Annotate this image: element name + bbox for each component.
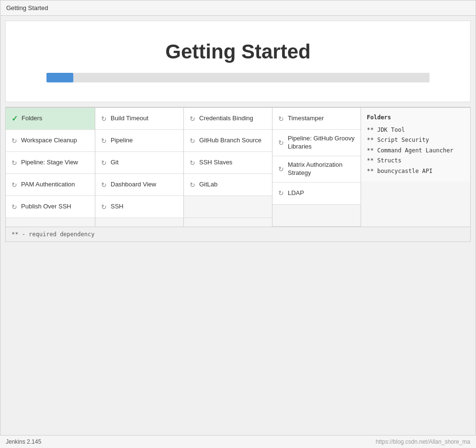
list-item-empty bbox=[184, 196, 272, 218]
refresh-icon: ↻ bbox=[101, 159, 107, 167]
title-bar-label: Getting Started bbox=[6, 4, 48, 11]
list-item[interactable]: ↻ Pipeline bbox=[95, 130, 183, 152]
refresh-icon: ↻ bbox=[278, 189, 284, 197]
info-panel-title: Folders bbox=[367, 113, 465, 123]
plugin-label: Publish Over SSH bbox=[21, 203, 71, 211]
list-item[interactable]: ↻ LDAP bbox=[272, 183, 361, 205]
footer-url: https://blog.csdn.net/Allan_shore_ma bbox=[376, 438, 470, 445]
list-item-empty bbox=[272, 205, 361, 227]
list-item[interactable]: ↻ GitHub Branch Source bbox=[184, 130, 272, 152]
plugin-label: Timestamper bbox=[288, 115, 324, 123]
list-item[interactable]: ↻ Matrix Authorization Strategy bbox=[272, 156, 361, 183]
plugin-label: Pipeline: GitHub Groovy Libraries bbox=[288, 135, 355, 151]
refresh-icon: ↻ bbox=[278, 139, 284, 147]
info-panel-col: Folders ** JDK Tool ** Script Security *… bbox=[361, 108, 470, 227]
refresh-icon: ↻ bbox=[11, 203, 17, 211]
info-panel-item-1: ** JDK Tool bbox=[367, 125, 465, 136]
plugin-label: Pipeline bbox=[111, 137, 133, 145]
list-item[interactable]: ↻ Workspace Cleanup bbox=[6, 130, 95, 152]
list-item[interactable]: ↻ GitLab bbox=[184, 174, 272, 196]
list-item[interactable]: ↻ SSH Slaves bbox=[184, 152, 272, 174]
refresh-icon: ↻ bbox=[190, 181, 195, 189]
plugin-label: Git bbox=[111, 159, 119, 167]
info-panel-item-5: ** bouncycastle API bbox=[367, 166, 465, 177]
list-item[interactable]: ↻ Publish Over SSH bbox=[6, 196, 95, 218]
refresh-icon: ↻ bbox=[11, 159, 17, 167]
info-panel: Folders ** JDK Tool ** Script Security *… bbox=[361, 108, 470, 182]
plugin-label: Dashboard View bbox=[111, 181, 156, 189]
plugin-label: Folders bbox=[22, 115, 42, 123]
info-panel-footer: ** - required dependency bbox=[6, 227, 470, 241]
plugin-label: Build Timeout bbox=[111, 115, 148, 123]
list-item[interactable]: ↻ Build Timeout bbox=[95, 108, 183, 130]
refresh-icon: ↻ bbox=[11, 181, 17, 189]
title-bar: Getting Started bbox=[0, 0, 476, 16]
plugin-col-1: ✓ Folders ↻ Workspace Cleanup ↻ Pipeline… bbox=[6, 108, 95, 227]
refresh-icon: ↻ bbox=[101, 203, 107, 211]
plugin-label: Workspace Cleanup bbox=[21, 137, 77, 145]
info-panel-item-3: ** Command Agent Launcher bbox=[367, 146, 465, 156]
footer-version: Jenkins 2.145 bbox=[6, 438, 41, 445]
list-item[interactable]: ↻ Credentials Binding bbox=[184, 108, 272, 130]
footer: Jenkins 2.145 https://blog.csdn.net/Alla… bbox=[0, 435, 476, 448]
refresh-icon: ↻ bbox=[190, 115, 195, 123]
info-panel-item-4: ** Structs bbox=[367, 156, 465, 166]
progress-bar-container bbox=[46, 73, 430, 82]
list-item[interactable]: ↻ Timestamper bbox=[272, 108, 361, 130]
plugin-label: LDAP bbox=[288, 189, 304, 197]
refresh-icon: ↻ bbox=[278, 165, 284, 173]
list-item[interactable]: ↻ Dashboard View bbox=[95, 174, 183, 196]
list-item[interactable]: ✓ Folders bbox=[6, 108, 95, 130]
plugin-label: SSH bbox=[111, 203, 124, 211]
plugin-col-3: ↻ Credentials Binding ↻ GitHub Branch So… bbox=[184, 108, 272, 227]
plugin-col-2: ↻ Build Timeout ↻ Pipeline ↻ Git ↻ Dashb… bbox=[95, 108, 184, 227]
refresh-icon: ↻ bbox=[101, 115, 107, 123]
plugin-label: Credentials Binding bbox=[199, 115, 253, 123]
list-item[interactable]: ↻ Git bbox=[95, 152, 183, 174]
plugin-label: PAM Authentication bbox=[21, 181, 75, 189]
check-icon: ✓ bbox=[11, 114, 18, 123]
refresh-icon: ↻ bbox=[101, 181, 107, 189]
refresh-icon: ↻ bbox=[190, 159, 195, 167]
plugin-label: SSH Slaves bbox=[199, 159, 232, 167]
refresh-icon: ↻ bbox=[11, 137, 17, 145]
refresh-icon: ↻ bbox=[190, 137, 195, 145]
plugin-label: Matrix Authorization Strategy bbox=[288, 161, 355, 177]
info-panel-item-2: ** Script Security bbox=[367, 135, 465, 146]
plugin-label: GitLab bbox=[199, 181, 217, 189]
info-panel-footer-label: ** - required dependency bbox=[11, 231, 94, 238]
list-item[interactable]: ↻ Pipeline: Stage View bbox=[6, 152, 95, 174]
plugin-col-4: ↻ Timestamper ↻ Pipeline: GitHub Groovy … bbox=[272, 108, 361, 227]
refresh-icon: ↻ bbox=[278, 115, 284, 123]
page-title: Getting Started bbox=[34, 40, 442, 63]
list-item[interactable]: ↻ SSH bbox=[95, 196, 183, 218]
plugin-grid: ✓ Folders ↻ Workspace Cleanup ↻ Pipeline… bbox=[6, 107, 470, 227]
plugin-label: GitHub Branch Source bbox=[199, 137, 261, 145]
plugin-area: ✓ Folders ↻ Workspace Cleanup ↻ Pipeline… bbox=[5, 107, 471, 242]
refresh-icon: ↻ bbox=[101, 137, 107, 145]
list-item[interactable]: ↻ Pipeline: GitHub Groovy Libraries bbox=[272, 130, 361, 156]
list-item[interactable]: ↻ PAM Authentication bbox=[6, 174, 95, 196]
progress-bar-fill bbox=[46, 73, 73, 82]
main-content: Getting Started bbox=[5, 21, 471, 102]
plugin-label: Pipeline: Stage View bbox=[21, 159, 78, 167]
